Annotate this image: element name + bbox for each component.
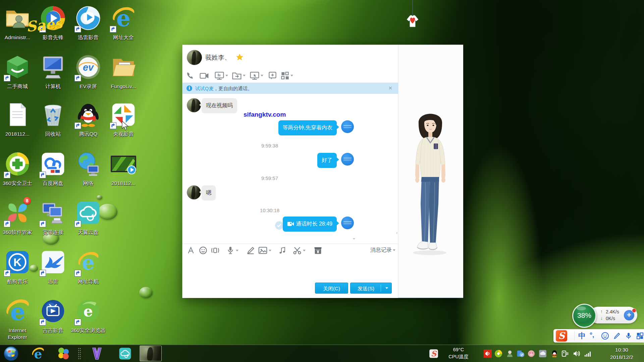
tray-qq-icon[interactable] [550,350,558,358]
notice-close-icon[interactable]: ✕ [388,85,392,91]
taskbar-tianyi-cloud[interactable] [118,347,132,361]
upload-speed: 2.4K/s [606,309,619,314]
desktop-icon-video-2018112[interactable]: 2018112... [106,150,141,187]
chinese-mode-icon[interactable]: 中 [578,331,586,341]
tray-pink-icon[interactable] [527,350,535,358]
music-icon[interactable] [278,245,286,255]
message-history-button[interactable]: 消息记录 [370,247,395,254]
desktop-icon-kugou-music[interactable]: K酷狗音乐 [0,248,35,285]
desktop-icon-internet-explorer[interactable]: eInternet Explorer [0,297,35,341]
tray-power-icon[interactable] [561,350,569,358]
emoji-panel-icon[interactable] [601,332,609,341]
video-call-icon[interactable] [199,70,209,81]
shortcut-arrow-overlay [4,172,10,178]
shake-icon[interactable] [210,245,220,255]
self-message-avatar[interactable] [341,217,354,229]
remote-desktop-icon[interactable] [250,70,263,81]
fungolive-folder-icon [109,53,138,82]
desktop-icon-computer[interactable]: 计算机 [36,53,70,90]
update-badge: 8 [23,197,31,204]
peer-message-avatar[interactable] [187,98,201,112]
taskbar-clock[interactable]: 10:302018/12/2 [610,346,633,361]
memory-percent-ball[interactable]: 38% [572,304,596,328]
tray-volume-icon[interactable] [573,350,581,358]
message-input-area[interactable] [182,256,398,283]
create-group-icon[interactable] [268,70,277,81]
taskbar-ie[interactable]: e [31,347,45,361]
desktop-icon-360-safe[interactable]: 360安全卫士 [0,150,35,187]
notice-bar: i 试试Q麦，更自由的通话。 ✕ [182,83,398,94]
desktop-icon-recycle-bin[interactable]: 回收站 [36,101,70,137]
desktop-icon-360-browser[interactable]: e360安全浏览器 [71,297,106,334]
message-bubble: 现在视频吗 [202,98,237,113]
desktop-icon-ev-luping[interactable]: evEV录屏 [71,53,106,90]
peer-avatar[interactable] [187,50,202,65]
taskbar-sogou-browser[interactable] [56,347,70,361]
taskbar-qq-chat-active[interactable] [140,346,162,361]
peer-message-avatar[interactable] [187,185,201,199]
tray-360-icon[interactable] [494,350,502,358]
desktop-icon-tencent-qq[interactable]: 腾讯QQ [71,101,106,137]
audio-icon[interactable] [226,245,238,255]
icon-label: 天翼云盘 [71,229,106,236]
icon-label: 回收站 [36,131,70,137]
font-icon[interactable] [186,245,195,255]
redpack-icon[interactable] [313,245,323,255]
message-bubble: 好了 [317,153,337,168]
panel-collapse-icon[interactable]: ‹ [396,230,398,235]
desktop-icon-network[interactable]: 网络 [71,150,106,187]
desktop-icon-wangzhi-daquan[interactable]: e网址大全 [106,4,141,41]
desktop-icon-doc-2018112[interactable]: 2018112... [0,101,35,137]
taskbar-v-app[interactable] [90,347,104,361]
handwrite-icon[interactable] [246,245,255,255]
screenshot-icon[interactable] [292,245,306,255]
desktop-icon-ershou-shangcheng[interactable]: 二手商城 [0,53,35,90]
network-speed-widget[interactable]: ↑2.4K/s ↓0K/s + 38% [572,304,639,329]
desktop-icon-xunlei-yingyin[interactable]: 迅雷影音 [71,4,106,41]
desktop-icon-fungolive-folder[interactable]: FungoLiv... [106,53,141,90]
chat-message-area: 现在视频吗等两分钟,先穿着内衣9:59:38好了9:59:57嗯10:30:18… [182,94,398,244]
desktop-icon-wangzhi-daohang[interactable]: e网址导航 [71,248,106,285]
sogou-input-bar[interactable]: S 中 °, [553,329,644,343]
desktop-icon-tianyi-cloud[interactable]: 天翼云盘 [71,199,106,236]
self-message-avatar[interactable] [341,120,354,133]
voice-call-icon[interactable] [186,70,195,81]
input-toolbar: 消息记录 [182,244,398,257]
screen-share-icon[interactable] [214,70,228,81]
voice-input-icon[interactable] [625,332,633,341]
message-row: 现在视频吗 [182,98,398,119]
message-bubble: 等两分钟,先穿着内衣 [278,120,337,135]
video-2018112-icon [109,150,138,179]
desktop-icon-xunlei[interactable]: 迅雷 [36,248,70,285]
image-icon[interactable] [258,245,271,255]
tray-cloud-icon[interactable] [539,350,547,358]
scroll-down-icon[interactable]: ⌄ [352,235,356,241]
start-button[interactable] [3,346,19,361]
sogou-logo[interactable]: S [556,330,567,342]
self-message-avatar[interactable] [341,153,354,166]
send-file-icon[interactable] [232,70,246,81]
message-row: 等两分钟,先穿着内衣 [182,120,398,141]
desktop-icon-broadband-connection[interactable]: 宽带连接 [36,199,70,236]
taskbar: e S 69°C CPU温度 10:302018/12/2 [0,345,644,362]
toolbox-icon[interactable] [636,332,644,341]
q-mai-link[interactable]: 试试Q麦 [195,86,214,91]
desktop-icon-baidu-netdisk[interactable]: 百度网盘 [36,150,70,187]
close-chat-button[interactable]: 关闭(C) [315,283,348,294]
tray-assistant-icon[interactable] [506,350,514,358]
window-title: 莪姓李、 [205,53,231,62]
tray-sogou-icon[interactable]: S [429,349,438,358]
tray-megaphone-icon[interactable] [484,350,492,358]
send-options-caret[interactable] [385,287,388,289]
desktop-icon-jiji-yingyin[interactable]: 吉吉影音 [36,297,70,334]
xunlei-yingyin-icon [73,4,103,34]
handwriting-icon[interactable] [613,332,621,341]
emoji-icon[interactable] [199,245,208,255]
kugou-music-icon: K [3,248,32,278]
tray-blue-doc-icon[interactable] [517,350,525,358]
desktop-icon-360-soft-manager[interactable]: 8360软件管家 [0,199,35,236]
icon-label: 酷狗音乐 [0,278,35,285]
tray-network-icon[interactable] [584,350,592,358]
punctuation-icon[interactable]: °, [590,331,594,339]
apps-icon[interactable] [280,70,293,81]
